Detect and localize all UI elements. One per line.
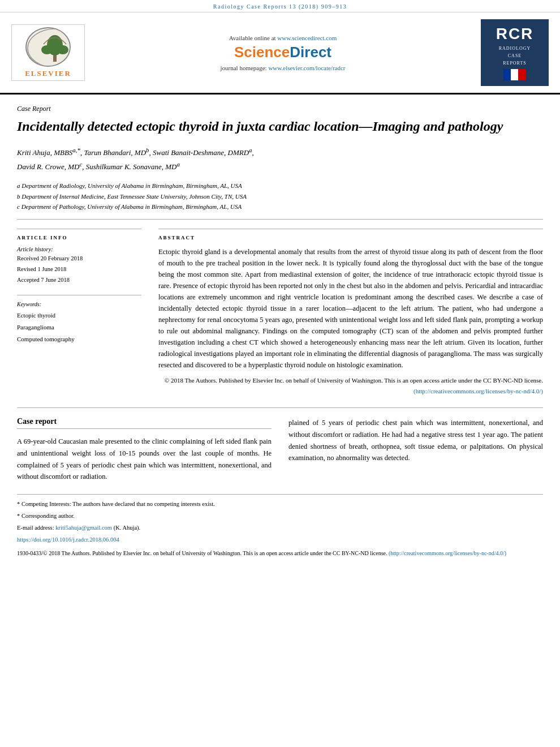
case-report-left-text: A 69-year-old Caucasian male presented t… (17, 436, 272, 483)
article-info-column: Article Info Article history: Received 2… (17, 229, 141, 396)
author-2: Tarun Bhandari, MD (84, 148, 146, 157)
journal-homepage-link[interactable]: www.elsevier.com/locate/radcr (268, 65, 345, 71)
body-right-column: plained of 5 years of periodic chest pai… (288, 417, 543, 483)
case-report-right-text: plained of 5 years of periodic chest pai… (288, 417, 543, 464)
rcr-title-text: RCR (485, 25, 544, 43)
keyword-3: Computed tomography (17, 333, 141, 345)
article-history: Article history: Received 20 February 20… (17, 246, 141, 286)
section-divider (17, 407, 543, 408)
footer-copyright-text: 1930-0433/© 2018 The Authors. Published … (17, 549, 543, 558)
journal-center-info: Available online at www.sciencedirect.co… (85, 35, 481, 71)
journal-homepage-text: journal homepage: www.elsevier.com/locat… (96, 65, 469, 71)
sciencedirect-logo: ScienceDirect (96, 44, 469, 61)
doi-link[interactable]: https://doi.org/10.1016/j.radcr.2018.06.… (17, 536, 119, 543)
keywords-label: Keywords: (17, 301, 141, 307)
elsevier-logo: ELSEVIER (11, 24, 85, 81)
sciencedirect-link[interactable]: www.sciencedirect.com (277, 35, 337, 41)
author-5: Sushilkumar K. Sonavane, MD (86, 163, 177, 171)
article-category: Case Report (17, 100, 543, 113)
body-content: Case report A 69-year-old Caucasian male… (17, 417, 543, 483)
svg-point-4 (57, 45, 68, 54)
article-info-heading: Article Info (17, 235, 141, 241)
abstract-column: Abstract Ectopic thyroid gland is a deve… (158, 229, 543, 396)
journal-citation: Radiology Case Reports 13 (2018) 909–913 (213, 3, 347, 10)
journal-header-bar: Radiology Case Reports 13 (2018) 909–913 (0, 0, 560, 12)
authors-section: Kriti Ahuja, MBBSa,*, Tarun Bhandari, MD… (17, 145, 543, 174)
author-2-sup: b (146, 147, 149, 153)
author-4-sup: c (79, 161, 82, 168)
rcr-logo: RCR RADIOLOGY CASE REPORTS (481, 19, 549, 86)
rcr-subtitle: RADIOLOGY CASE REPORTS (485, 45, 544, 67)
author-5-sup: a (176, 161, 179, 168)
journal-header: ELSEVIER Available online at www.science… (0, 12, 560, 95)
footer-notes: * Competing Interests: The authors have … (17, 494, 543, 558)
author-1: Kriti Ahuja, MBBS (17, 148, 72, 157)
article-info-abstract: Article Info Article history: Received 2… (17, 229, 543, 396)
body-left-column: Case report A 69-year-old Caucasian male… (17, 417, 272, 483)
affiliation-b: b Department of Internal Medicine, East … (17, 191, 543, 202)
article-title: Incidentally detected ectopic thyroid in… (17, 118, 543, 135)
abstract-text: Ectopic thyroid gland is a developmental… (158, 246, 543, 371)
email-note: E-mail address: kriti5ahuja@gmail.com (K… (17, 523, 543, 534)
keywords-section: Keywords: Ectopic thyroid Paraganglioma … (17, 295, 141, 345)
cc-license-link[interactable]: (http://creativecommons.org/licenses/by-… (413, 388, 543, 394)
author-4: David R. Crowe, MD (17, 163, 79, 171)
keywords-list: Ectopic thyroid Paraganglioma Computed t… (17, 310, 141, 345)
doi-note: https://doi.org/10.1016/j.radcr.2018.06.… (17, 535, 543, 546)
copyright-text: © 2018 The Authors. Published by Elsevie… (158, 375, 543, 396)
author-1-sup: a,* (72, 147, 80, 153)
svg-point-3 (41, 45, 53, 54)
affiliation-a: a Department of Radiology, University of… (17, 181, 543, 191)
competing-interests-note: * Competing Interests: The authors have … (17, 499, 543, 510)
author-3: Swati Banait-Deshmane, DMRD (153, 148, 249, 157)
elsevier-circle-graphic (25, 27, 71, 67)
case-report-section-heading: Case report (17, 417, 272, 429)
affiliations-section: a Department of Radiology, University of… (17, 181, 543, 220)
corresponding-author-note: * Corresponding author. (17, 511, 543, 522)
history-label: Article history: (17, 246, 141, 252)
affiliation-c: c Department of Pathology, University of… (17, 201, 543, 212)
abstract-heading: Abstract (158, 235, 543, 241)
rcr-flag-icon (503, 69, 526, 80)
main-content: Case Report Incidentally detected ectopi… (0, 95, 560, 569)
available-online-text: Available online at www.sciencedirect.co… (96, 35, 469, 41)
author-email-link[interactable]: kriti5ahuja@gmail.com (55, 525, 112, 531)
author-3-sup: a (249, 147, 252, 153)
keyword-2: Paraganglioma (17, 321, 141, 333)
footer-cc-link[interactable]: (http://creativecommons.org/licenses/by-… (389, 550, 506, 556)
keyword-1: Ectopic thyroid (17, 310, 141, 321)
received-date: Received 20 February 2018 Revised 1 June… (17, 254, 141, 286)
elsevier-brand-text: ELSEVIER (14, 69, 82, 78)
